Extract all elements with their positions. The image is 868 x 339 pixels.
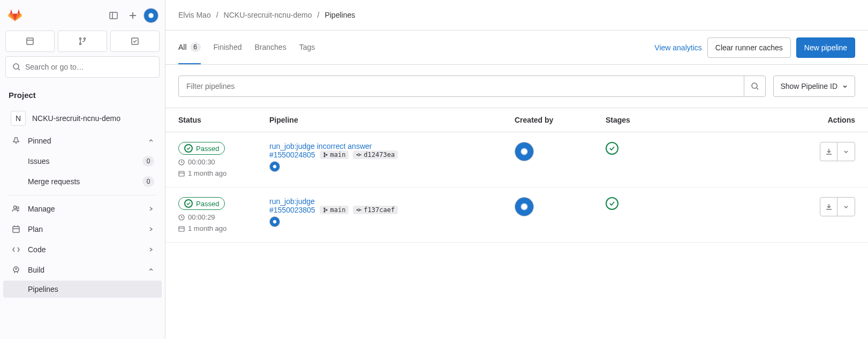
- creator-avatar[interactable]: [515, 142, 534, 161]
- age: 1 month ago: [188, 169, 227, 177]
- tab-branches[interactable]: Branches: [254, 31, 286, 64]
- user-avatar[interactable]: [144, 8, 158, 23]
- breadcrumb: Elvis Mao / NCKU-srecruit-ncnu-demo / Pi…: [165, 0, 868, 31]
- view-analytics-link[interactable]: View analytics: [654, 43, 701, 52]
- nav-merge-icon[interactable]: [58, 31, 107, 52]
- manage-label: Manage: [28, 205, 141, 213]
- users-icon: [11, 204, 21, 214]
- svg-rect-15: [13, 227, 19, 232]
- tab-all-count: 6: [190, 42, 201, 52]
- th-stages: Stages: [593, 108, 807, 132]
- filter-pipelines-input[interactable]: [178, 76, 766, 97]
- table-row: Passed 00:00:30 1 month ago run_job:judg…: [165, 132, 868, 187]
- svg-rect-32: [179, 227, 184, 231]
- tab-all[interactable]: All 6: [178, 31, 201, 64]
- chevron-down-icon[interactable]: [837, 198, 855, 216]
- filter-search-button[interactable]: [744, 76, 765, 96]
- sidebar-item-pinned[interactable]: Pinned: [3, 131, 162, 150]
- chevron-down-icon: [842, 83, 848, 89]
- filter-input-field[interactable]: [179, 76, 744, 96]
- download-artifacts-button[interactable]: [820, 197, 855, 216]
- sidebar-item-merge-requests[interactable]: Merge requests 0: [3, 172, 162, 191]
- sidebar-item-build[interactable]: Build: [3, 260, 162, 280]
- stage-passed-icon[interactable]: [606, 142, 618, 155]
- breadcrumb-current: Pipelines: [324, 11, 355, 19]
- th-pipeline: Pipeline: [256, 108, 502, 132]
- svg-point-19: [16, 268, 17, 269]
- chevron-right-icon: [148, 206, 154, 212]
- pipeline-title[interactable]: run_job:judge incorrect answer: [269, 142, 372, 150]
- branch-name: main: [330, 151, 346, 159]
- search-icon: [751, 82, 759, 91]
- tab-tags[interactable]: Tags: [299, 31, 315, 64]
- download-icon[interactable]: [820, 198, 837, 216]
- branch-pill[interactable]: main: [320, 206, 349, 214]
- stage-passed-icon[interactable]: [606, 197, 618, 210]
- th-actions: Actions: [807, 108, 868, 132]
- search-icon: [12, 63, 21, 71]
- svg-point-28: [358, 154, 360, 156]
- calendar-icon: [178, 170, 185, 177]
- sidebar-item-plan[interactable]: Plan: [3, 220, 162, 239]
- author-avatar[interactable]: [269, 161, 280, 172]
- sidebar-item-pipelines[interactable]: Pipelines: [3, 281, 162, 298]
- pipeline-title[interactable]: run_job:judge: [269, 197, 315, 206]
- clock-icon: [178, 159, 185, 165]
- project-section-title: Project: [0, 84, 165, 106]
- chevron-down-icon[interactable]: [837, 142, 855, 161]
- download-artifacts-button[interactable]: [820, 142, 855, 161]
- chevron-up-icon: [148, 138, 154, 144]
- author-avatar[interactable]: [269, 216, 280, 227]
- create-new-icon[interactable]: [124, 7, 141, 24]
- sidebar-item-code[interactable]: Code: [3, 240, 162, 259]
- calendar-icon: [178, 225, 185, 232]
- search-placeholder: Search or go to…: [25, 63, 84, 71]
- chevron-right-icon: [148, 246, 154, 253]
- nav-todo-icon[interactable]: [110, 31, 160, 52]
- svg-point-6: [80, 38, 81, 40]
- svg-line-11: [18, 69, 20, 70]
- svg-point-34: [324, 208, 325, 209]
- commit-pill[interactable]: d12473ea: [353, 150, 398, 159]
- svg-rect-23: [179, 171, 184, 176]
- download-icon[interactable]: [820, 142, 837, 161]
- creator-avatar[interactable]: [515, 197, 534, 216]
- sidebar-item-issues[interactable]: Issues 0: [3, 152, 162, 171]
- clear-caches-button[interactable]: Clear runner caches: [707, 37, 791, 58]
- tab-branches-label: Branches: [254, 43, 286, 51]
- table-row: Passed 00:00:29 1 month ago run_job:judg…: [165, 187, 868, 243]
- status-text: Passed: [196, 145, 219, 153]
- branch-pill[interactable]: main: [320, 150, 349, 159]
- svg-point-20: [752, 83, 757, 88]
- sidebar-collapse-icon[interactable]: [105, 7, 122, 24]
- sidebar-item-project[interactable]: N NCKU-srecruit-ncnu-demo: [3, 107, 162, 130]
- status-badge[interactable]: Passed: [178, 197, 225, 210]
- svg-point-37: [358, 209, 360, 211]
- pipelines-label: Pipelines: [28, 285, 154, 293]
- tab-finished[interactable]: Finished: [214, 31, 242, 64]
- sidebar-item-manage[interactable]: Manage: [3, 199, 162, 219]
- chevron-up-icon: [148, 267, 154, 273]
- svg-rect-0: [110, 12, 117, 19]
- project-letter-icon: N: [11, 111, 26, 126]
- gitlab-logo[interactable]: [6, 7, 24, 24]
- issues-count: 0: [142, 156, 154, 167]
- svg-point-35: [324, 211, 325, 212]
- duration: 00:00:30: [188, 158, 215, 166]
- commit-pill[interactable]: f137caef: [353, 206, 398, 214]
- breadcrumb-repo[interactable]: NCKU-srecruit-ncnu-demo: [224, 11, 312, 19]
- breadcrumb-owner[interactable]: Elvis Mao: [178, 11, 211, 19]
- status-badge[interactable]: Passed: [178, 142, 225, 155]
- new-pipeline-button[interactable]: New pipeline: [796, 37, 855, 58]
- check-icon: [184, 199, 193, 208]
- issues-label: Issues: [28, 157, 136, 165]
- commit-icon: [356, 207, 361, 213]
- search-input[interactable]: Search or go to…: [5, 56, 160, 78]
- show-pipeline-id-dropdown[interactable]: Show Pipeline ID: [773, 76, 855, 97]
- th-created-by: Created by: [502, 108, 593, 132]
- svg-point-14: [17, 207, 19, 209]
- pipeline-id[interactable]: #1550023805: [269, 206, 315, 214]
- th-status: Status: [165, 108, 256, 132]
- pipeline-id[interactable]: #1550024805: [269, 150, 315, 159]
- nav-project-icon[interactable]: [5, 31, 55, 52]
